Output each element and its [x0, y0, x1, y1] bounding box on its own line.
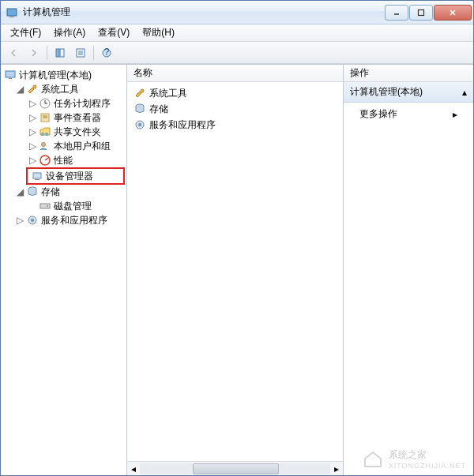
list-item-label: 存储: [149, 103, 168, 116]
expander-collapse-icon[interactable]: ◢: [15, 187, 24, 197]
svg-rect-14: [6, 71, 15, 77]
svg-rect-7: [60, 49, 64, 57]
action-group-header[interactable]: 计算机管理(本地) ▴: [344, 82, 473, 103]
tree-task-scheduler[interactable]: ▷ 任务计划程序: [2, 96, 125, 111]
list-panel: 名称 系统工具 存储 服务和应用程序 ◂ ▸: [127, 65, 344, 475]
menu-action[interactable]: 操作(A): [47, 24, 92, 41]
help-button[interactable]: ?: [97, 44, 116, 62]
properties-button[interactable]: [71, 44, 90, 62]
svg-rect-31: [40, 204, 50, 208]
tree-panel[interactable]: 计算机管理(本地) ◢ 系统工具 ▷ 任务计划程序 ▷ 事件查看器 ▷ 共享文件…: [1, 65, 127, 475]
list-item-label: 服务和应用程序: [149, 118, 216, 132]
list-item[interactable]: 服务和应用程序: [130, 117, 340, 133]
action-more[interactable]: 更多操作 ▸: [344, 103, 473, 126]
tree-event-viewer[interactable]: ▷ 事件查看器: [2, 111, 125, 125]
minimize-button[interactable]: [385, 5, 408, 21]
collapse-icon[interactable]: ▴: [462, 87, 467, 98]
disk-icon: [39, 200, 51, 212]
svg-point-23: [41, 133, 44, 136]
scrollbar-thumb[interactable]: [193, 463, 278, 474]
tree-storage[interactable]: ◢ 存储: [2, 185, 125, 199]
expander-expand-icon[interactable]: ▷: [28, 99, 37, 108]
svg-rect-0: [7, 9, 17, 16]
expander-expand-icon[interactable]: ▷: [28, 141, 37, 151]
svg-rect-3: [419, 9, 424, 15]
tree-device-manager[interactable]: 设备管理器: [31, 169, 120, 183]
maximize-button[interactable]: [409, 5, 433, 21]
expander-expand-icon[interactable]: ▷: [28, 156, 37, 165]
tree-performance[interactable]: ▷ 性能: [2, 153, 125, 167]
list-body[interactable]: 系统工具 存储 服务和应用程序: [127, 82, 343, 461]
scrollbar-track[interactable]: [140, 463, 330, 474]
toolbar: ?: [1, 42, 473, 64]
horizontal-scrollbar[interactable]: ◂ ▸: [127, 461, 343, 475]
computer-icon: [4, 69, 17, 81]
storage-icon: [134, 103, 146, 115]
event-icon: [39, 111, 51, 124]
svg-point-25: [42, 143, 46, 147]
tree-services-apps[interactable]: ▷ 服务和应用程序: [2, 213, 125, 227]
close-button[interactable]: [434, 5, 472, 21]
tools-icon: [26, 83, 39, 96]
users-icon: [39, 140, 51, 152]
action-label: 更多操作: [359, 107, 397, 121]
svg-text:?: ?: [104, 47, 110, 58]
clock-icon: [39, 97, 51, 110]
tree-shared-folders[interactable]: ▷ 共享文件夹: [2, 125, 125, 139]
actions-panel: 操作 计算机管理(本地) ▴ 更多操作 ▸: [344, 65, 473, 475]
shared-folder-icon: [39, 126, 51, 138]
svg-rect-28: [33, 173, 41, 178]
list-item[interactable]: 系统工具: [130, 85, 340, 101]
expander-collapse-icon[interactable]: ◢: [15, 84, 24, 94]
menubar: 文件(F) 操作(A) 查看(V) 帮助(H): [1, 24, 473, 42]
tree-disk-management[interactable]: 磁盘管理: [2, 199, 125, 213]
toolbar-separator: [47, 46, 47, 60]
titlebar[interactable]: 计算机管理: [1, 1, 473, 24]
expander-expand-icon[interactable]: ▷: [15, 216, 24, 225]
actions-header: 操作: [344, 65, 473, 82]
tree-local-users[interactable]: ▷ 本地用户和组: [2, 139, 125, 153]
expander-expand-icon[interactable]: ▷: [28, 127, 37, 137]
scroll-right-icon[interactable]: ▸: [330, 463, 343, 474]
app-icon: [6, 6, 18, 19]
svg-point-32: [47, 205, 48, 207]
svg-rect-1: [9, 17, 14, 17]
content-area: 计算机管理(本地) ◢ 系统工具 ▷ 任务计划程序 ▷ 事件查看器 ▷ 共享文件…: [1, 64, 473, 475]
list-item-label: 系统工具: [149, 87, 187, 100]
action-group-label: 计算机管理(本地): [350, 85, 423, 99]
window-title: 计算机管理: [23, 6, 385, 19]
menu-file[interactable]: 文件(F): [4, 24, 47, 41]
menu-view[interactable]: 查看(V): [92, 24, 136, 41]
highlighted-annotation: 设备管理器: [26, 167, 125, 185]
tree-root[interactable]: 计算机管理(本地): [2, 68, 125, 82]
svg-point-24: [45, 133, 48, 136]
svg-point-34: [31, 219, 34, 222]
svg-rect-29: [35, 179, 40, 180]
list-item[interactable]: 存储: [130, 101, 340, 117]
performance-icon: [39, 154, 51, 167]
menu-help[interactable]: 帮助(H): [136, 24, 181, 41]
tools-icon: [134, 87, 146, 99]
svg-line-27: [45, 158, 48, 160]
column-header-name[interactable]: 名称: [127, 65, 343, 82]
svg-rect-6: [56, 49, 59, 57]
services-icon: [26, 214, 39, 227]
app-window: 计算机管理 文件(F) 操作(A) 查看(V) 帮助(H) ? 计算机管理(本地…: [0, 0, 474, 476]
tree-system-tools[interactable]: ◢ 系统工具: [2, 82, 125, 96]
show-hide-tree-button[interactable]: [51, 44, 70, 62]
storage-icon: [26, 186, 39, 198]
back-button: [4, 44, 23, 62]
services-icon: [134, 118, 146, 131]
forward-button: [24, 44, 43, 62]
device-manager-icon: [31, 170, 43, 182]
expander-spacer: [28, 201, 37, 211]
svg-point-38: [138, 123, 141, 126]
svg-rect-15: [9, 78, 12, 79]
svg-point-35: [141, 89, 144, 92]
scroll-left-icon[interactable]: ◂: [127, 463, 140, 474]
expander-expand-icon[interactable]: ▷: [28, 113, 37, 122]
svg-point-16: [33, 85, 36, 88]
toolbar-separator: [93, 46, 94, 60]
chevron-right-icon: ▸: [453, 109, 457, 120]
